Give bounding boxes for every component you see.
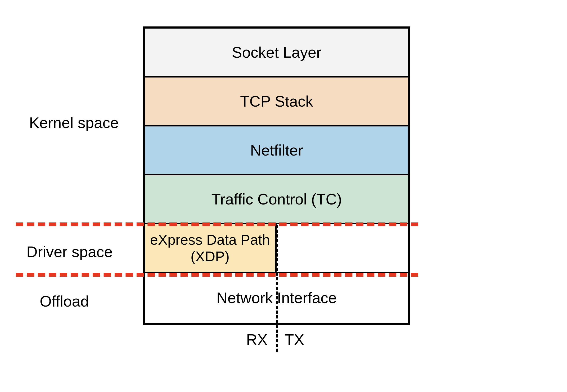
tx-label: TX (285, 331, 304, 348)
kernel-space-label: Kernel space (29, 114, 119, 131)
netfilter-box: Netfilter (145, 126, 408, 175)
driver-offload-divider (16, 273, 418, 277)
xdp-tx-empty (277, 224, 408, 272)
socket-layer-box: Socket Layer (145, 29, 408, 78)
rx-label: RX (246, 331, 268, 348)
rx-tx-divider (276, 225, 278, 352)
driver-space-label: Driver space (26, 243, 113, 261)
xdp-box: eXpress Data Path (XDP) (145, 224, 277, 272)
tcp-stack-box: TCP Stack (145, 78, 408, 126)
kernel-driver-divider (16, 222, 418, 226)
offload-label: Offload (40, 292, 89, 310)
traffic-control-box: Traffic Control (TC) (145, 175, 408, 224)
